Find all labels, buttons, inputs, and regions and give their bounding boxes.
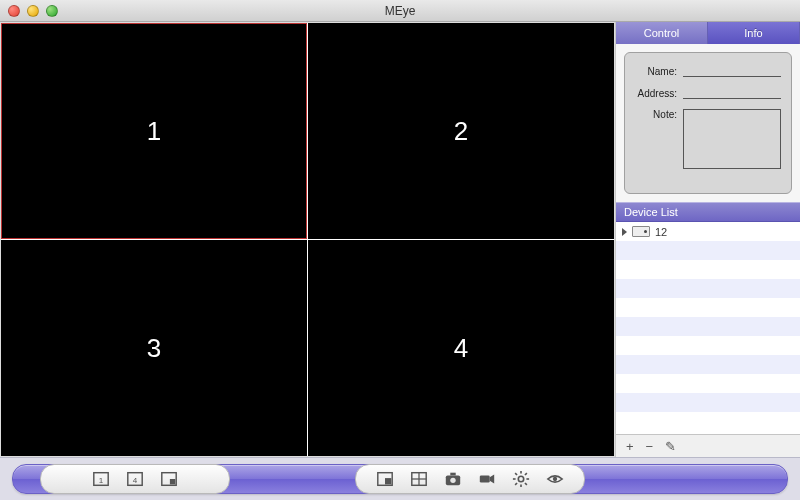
device-list-actions: + − ✎ (616, 435, 800, 457)
disclosure-triangle-icon[interactable] (622, 228, 627, 236)
snapshot-icon[interactable] (443, 469, 463, 489)
grid-icon[interactable] (409, 469, 429, 489)
cell-label: 2 (454, 116, 468, 147)
device-list-header: Device List (616, 202, 800, 222)
list-item (616, 279, 800, 298)
svg-rect-5 (170, 479, 175, 484)
svg-line-22 (515, 483, 517, 485)
zoom-icon[interactable] (46, 5, 58, 17)
settings-icon[interactable] (511, 469, 531, 489)
list-item (616, 374, 800, 393)
device-list[interactable]: 12 (616, 222, 800, 435)
bottom-toolbar: 1 4 (0, 457, 800, 500)
main-content: 1 2 3 4 Control Info Name: Address: Note… (0, 22, 800, 457)
info-panel: Name: Address: Note: (624, 52, 792, 194)
list-item (616, 298, 800, 317)
cell-label: 1 (147, 116, 161, 147)
svg-rect-14 (480, 475, 490, 482)
tab-control[interactable]: Control (616, 22, 708, 44)
name-field[interactable] (683, 65, 781, 77)
svg-line-21 (525, 483, 527, 485)
svg-point-15 (518, 476, 523, 481)
device-item[interactable]: 12 (616, 222, 800, 241)
list-item (616, 317, 800, 336)
layout-4-icon[interactable]: 4 (125, 469, 145, 489)
list-item (616, 336, 800, 355)
minimize-icon[interactable] (27, 5, 39, 17)
toolbar-slot-layout: 1 4 (40, 464, 230, 494)
video-cell-4[interactable]: 4 (308, 240, 614, 456)
sidebar: Control Info Name: Address: Note: Device… (615, 22, 800, 457)
list-item (616, 260, 800, 279)
window-title: MEye (0, 4, 800, 18)
dvr-icon (632, 226, 650, 237)
list-item (616, 393, 800, 412)
video-cell-2[interactable]: 2 (308, 23, 614, 239)
eye-icon[interactable] (545, 469, 565, 489)
video-cell-1[interactable]: 1 (1, 23, 307, 239)
edit-device-button[interactable]: ✎ (665, 440, 676, 453)
add-device-button[interactable]: + (626, 440, 634, 453)
svg-line-20 (515, 473, 517, 475)
remove-device-button[interactable]: − (646, 440, 654, 453)
fullscreen-icon[interactable] (159, 469, 179, 489)
tab-info[interactable]: Info (708, 22, 800, 44)
svg-rect-7 (385, 478, 391, 484)
name-label: Name: (635, 66, 677, 77)
svg-rect-12 (450, 473, 455, 476)
close-icon[interactable] (8, 5, 20, 17)
list-item (616, 241, 800, 260)
device-label: 12 (655, 226, 667, 238)
svg-point-24 (553, 477, 557, 481)
svg-text:1: 1 (99, 476, 104, 485)
sidebar-tabs: Control Info (616, 22, 800, 44)
titlebar: MEye (0, 0, 800, 22)
address-label: Address: (635, 88, 677, 99)
address-field[interactable] (683, 87, 781, 99)
list-item (616, 355, 800, 374)
svg-text:4: 4 (133, 476, 138, 485)
svg-line-23 (525, 473, 527, 475)
cell-label: 3 (147, 333, 161, 364)
record-icon[interactable] (477, 469, 497, 489)
video-grid: 1 2 3 4 (0, 22, 615, 457)
window-controls (0, 5, 58, 17)
video-cell-3[interactable]: 3 (1, 240, 307, 456)
note-label: Note: (635, 109, 677, 120)
layout-1-icon[interactable]: 1 (91, 469, 111, 489)
note-field[interactable] (683, 109, 781, 169)
toolbar-slot-actions (355, 464, 585, 494)
cell-label: 4 (454, 333, 468, 364)
svg-point-13 (450, 478, 455, 483)
pip-icon[interactable] (375, 469, 395, 489)
